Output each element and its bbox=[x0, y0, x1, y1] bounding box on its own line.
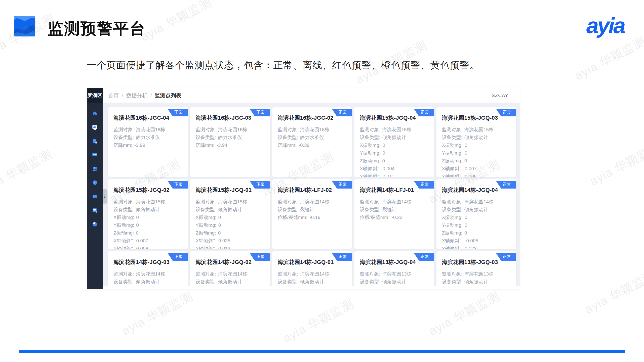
field-label: 设备类型: bbox=[278, 133, 298, 141]
field-label: X振动mg: bbox=[113, 286, 134, 286]
home-icon bbox=[92, 110, 98, 117]
app-main: 首页 / 数据分析 / 监测点列表 SZCAY 正常 海滨花园16栋-JGC-0… bbox=[103, 88, 520, 289]
card-field-row: 监测对象:海滨花园14栋 bbox=[278, 198, 347, 206]
field-value: 海滨花园14栋 bbox=[136, 270, 165, 278]
field-value: 倾角振动计 bbox=[136, 206, 160, 213]
monitor-point-card[interactable]: 正常 海滨花园15栋-JGQ-03 监测对象:海滨花园15栋设备类型:倾角振动计… bbox=[436, 107, 516, 177]
field-value: -3.99 bbox=[134, 141, 145, 149]
card-field-row: 沉降mm:-3.94 bbox=[195, 141, 265, 149]
card-fields: 监测对象:海滨花园16栋设备类型:静力水准仪沉降mm:-3.99 bbox=[113, 126, 183, 149]
watermark: ayia 华颖监测 bbox=[572, 33, 644, 84]
field-value: 海滨花园14栋 bbox=[300, 270, 329, 278]
card-field-row: Y轴倾斜°:0.011 bbox=[360, 172, 429, 177]
monitor-point-card[interactable]: 正常 海滨花园14栋-JGQ-02 监测对象:海滨花园14栋设备类型:倾角振动计… bbox=[190, 251, 270, 286]
field-label: Y振动mg: bbox=[113, 221, 134, 229]
chevron-right-icon: › bbox=[104, 193, 106, 199]
sidebar-item-monitoring[interactable] bbox=[87, 148, 103, 162]
card-field-row: 设备类型:倾角振动计 bbox=[195, 206, 265, 213]
watermark: ayia 华颖监测 bbox=[138, 0, 215, 45]
card-field-row: 监测对象:海滨花园16栋 bbox=[278, 126, 347, 133]
field-label: 设备类型: bbox=[360, 278, 380, 286]
monitor-point-card[interactable]: 正常 海滨花园16栋-JGC-03 监测对象:海滨花园16栋设备类型:静力水准仪… bbox=[190, 107, 270, 177]
monitor-point-card[interactable]: 正常 海滨花园16栋-JGC-04 监测对象:海滨花园16栋设备类型:静力水准仪… bbox=[108, 107, 188, 177]
watermark: ayia 华颖监测 bbox=[587, 139, 644, 190]
field-label: Y轴倾斜°: bbox=[360, 172, 381, 177]
field-value: -0.16 bbox=[309, 213, 320, 221]
form-list-icon bbox=[92, 207, 98, 214]
field-label: 监测对象: bbox=[442, 126, 462, 133]
slide: ayia 华颖监测 ayia 华颖监测 ayia 华颖监测 ayia 华颖监测 … bbox=[0, 0, 644, 362]
sidebar-collapse-toggle[interactable]: › bbox=[103, 189, 107, 203]
field-value: 海滨花园13栋 bbox=[464, 270, 494, 278]
card-notes-icon bbox=[92, 193, 98, 200]
monitor-point-card[interactable]: 正常 海滨花园15栋-JGQ-04 监测对象:海滨花园15栋设备类型:倾角振动计… bbox=[354, 107, 434, 177]
breadcrumb-data-analysis[interactable]: 数据分析 bbox=[126, 92, 147, 99]
field-label: X振动mg: bbox=[278, 286, 298, 286]
card-field-row: 设备类型:倾角振动计 bbox=[360, 133, 429, 141]
field-value: 0.007 bbox=[136, 237, 148, 245]
monitor-point-card[interactable]: 正常 海滨花园13栋-JGQ-04 监测对象:海滨花园13栋设备类型:倾角振动计… bbox=[354, 251, 434, 286]
watermark: ayia 华颖监测 bbox=[426, 288, 503, 339]
sidebar-item-equipment[interactable] bbox=[87, 162, 103, 176]
watermark: ayia 华颖监测 bbox=[119, 288, 196, 339]
sidebar-item-statistics[interactable] bbox=[87, 217, 103, 231]
field-value: 1.9 bbox=[300, 286, 307, 286]
breadcrumb: 首页 / 数据分析 / 监测点列表 bbox=[108, 92, 181, 99]
card-field-row: Y轴倾斜°:0.008 bbox=[442, 172, 511, 177]
card-fields: 监测对象:海滨花园14栋设备类型:倾角振动计X振动mg:1.9 bbox=[278, 270, 347, 286]
field-value: 0.007 bbox=[465, 165, 477, 172]
sidebar-item-reports[interactable] bbox=[87, 203, 103, 217]
card-fields: 监测对象:海滨花园14栋设备类型:倾角振动计X振动mg:0 bbox=[195, 270, 265, 286]
monitor-point-card[interactable]: 正常 海滨花园15栋-JGQ-02 监测对象:海滨花园15栋设备类型:倾角振动计… bbox=[108, 179, 188, 249]
breadcrumb-home[interactable]: 首页 bbox=[108, 92, 119, 99]
sidebar-nav bbox=[87, 103, 103, 231]
card-field-row: 设备类型:裂缝计 bbox=[278, 206, 347, 213]
field-value: 0.123 bbox=[465, 245, 477, 249]
sidebar-item-security[interactable] bbox=[87, 176, 103, 190]
monitor-point-card[interactable]: 正常 海滨花园16栋-JGC-02 监测对象:海滨花园16栋设备类型:静力水准仪… bbox=[272, 107, 352, 177]
field-value: 0 bbox=[136, 229, 139, 237]
field-label: X振动mg: bbox=[195, 286, 216, 286]
field-value: 倾角振动计 bbox=[464, 133, 488, 141]
monitor-point-card[interactable]: 正常 海滨花园13栋-JGQ-03 监测对象:海滨花园13栋设备类型:倾角振动计… bbox=[436, 251, 516, 286]
card-field-row: 设备类型:倾角振动计 bbox=[113, 206, 183, 213]
breadcrumb-separator: / bbox=[122, 93, 123, 99]
sidebar-item-dashboard[interactable] bbox=[87, 120, 103, 134]
card-field-row: X振动mg:0 bbox=[113, 286, 183, 286]
field-label: 设备类型: bbox=[360, 133, 380, 141]
card-fields: 监测对象:海滨花园16栋设备类型:静力水准仪沉降mm:-0.39 bbox=[278, 126, 347, 149]
pie-chart-icon bbox=[92, 221, 98, 228]
field-label: X轴倾斜°: bbox=[442, 165, 463, 172]
sidebar-item-records[interactable] bbox=[87, 190, 103, 203]
field-label: 设备类型: bbox=[360, 206, 380, 213]
sidebar-item-home[interactable] bbox=[87, 107, 103, 120]
field-value: 裂缝计 bbox=[300, 206, 314, 213]
field-label: 监测对象: bbox=[360, 126, 380, 133]
monitor-point-card[interactable]: 正常 海滨花园14栋-JGQ-03 监测对象:海滨花园14栋设备类型:倾角振动计… bbox=[108, 251, 188, 286]
page-title: 监测预警平台 bbox=[48, 18, 146, 39]
sidebar-item-devices[interactable] bbox=[87, 134, 103, 148]
field-label: 设备类型: bbox=[195, 206, 216, 213]
field-value: 0.013 bbox=[218, 245, 230, 249]
card-field-row: X振动mg:0 bbox=[360, 286, 429, 286]
monitor-point-card[interactable]: 正常 海滨花园14栋-LFJ-01 监测对象:海滨花园14栋设备类型:裂缝计位移… bbox=[354, 179, 434, 249]
card-field-row: 设备类型:倾角振动计 bbox=[195, 278, 265, 286]
dashboard-chart-icon bbox=[92, 124, 98, 131]
field-label: 监测对象: bbox=[195, 198, 216, 206]
card-field-row: 设备类型:倾角振动计 bbox=[442, 206, 511, 213]
field-label: 沉降mm: bbox=[278, 141, 297, 149]
field-label: Z振动mg: bbox=[360, 157, 380, 165]
watermark: ayia 华颖监测 bbox=[280, 296, 357, 347]
card-field-row: Z振动mg:0 bbox=[113, 229, 183, 237]
field-label: 沉降mm: bbox=[113, 141, 132, 149]
card-field-row: X轴倾斜°:0.004 bbox=[360, 165, 429, 172]
field-label: X轴倾斜°: bbox=[360, 165, 381, 172]
app-logo bbox=[14, 16, 35, 36]
monitor-point-card[interactable]: 正常 海滨花园14栋-JGQ-04 监测对象:海滨花园14栋设备类型:倾角振动计… bbox=[436, 179, 516, 249]
field-value: 0 bbox=[464, 157, 467, 165]
field-label: Y轴倾斜°: bbox=[442, 172, 463, 177]
user-label[interactable]: SZCAY bbox=[492, 93, 508, 98]
monitor-point-card[interactable]: 正常 海滨花园14栋-JGQ-01 监测对象:海滨花园14栋设备类型:倾角振动计… bbox=[272, 251, 352, 286]
monitor-point-card[interactable]: 正常 海滨花园14栋-LFJ-02 监测对象:海滨花园14栋设备类型:裂缝计位移… bbox=[272, 179, 352, 249]
monitor-point-card[interactable]: 正常 海滨花园15栋-JGQ-01 监测对象:海滨花园15栋设备类型:倾角振动计… bbox=[190, 179, 270, 249]
